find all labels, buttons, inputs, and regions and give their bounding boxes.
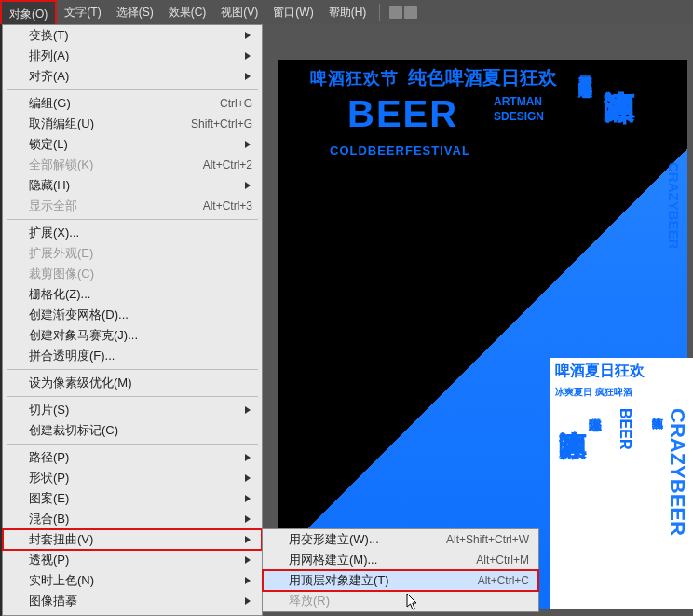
menu-item-shortcut: Alt+Ctrl+C [478, 574, 529, 587]
menu-4[interactable]: 视图(V) [213, 0, 265, 24]
menu-item-label: 编组(G) [29, 95, 71, 112]
menu-item-label: 创建对象马赛克(J)... [29, 327, 138, 344]
object-menu-item[interactable]: 实时上色(N) [3, 570, 262, 591]
menu-item-shortcut: Shift+Ctrl+G [191, 117, 252, 130]
submenu-arrow-icon [245, 182, 251, 189]
menu-item-label: 对齐(A) [29, 68, 69, 85]
menu-item-shortcut: Alt+Ctrl+M [476, 554, 529, 567]
artwork-text: SDESIGN [494, 110, 544, 123]
object-menu-item[interactable]: 图案(E) [3, 488, 262, 509]
object-menu-item[interactable]: 切片(S) [3, 400, 262, 420]
submenu-arrow-icon [245, 52, 251, 60]
object-menu-item[interactable]: 混合(B) [3, 509, 262, 529]
menu-item-label: 形状(P) [29, 470, 69, 486]
artboard-copy[interactable]: 啤酒夏日狂欢 冰爽夏日 疯狂啤酒 冰爽啤酒 邀您喝 CRAZYBEER 纯生啤酒… [550, 358, 693, 609]
artwork-text: CRAZYBEER [666, 162, 682, 249]
menu-1[interactable]: 文字(T) [57, 0, 108, 24]
menu-item-label: 变换(T) [29, 27, 69, 44]
submenu-arrow-icon [245, 495, 251, 502]
object-menu-item[interactable]: 编组(G)Ctrl+G [3, 93, 262, 114]
object-menu-sep [7, 396, 258, 397]
submenu-arrow-icon [245, 73, 251, 80]
object-menu-item[interactable]: 创建对象马赛克(J)... [3, 325, 262, 346]
menu-item-label: 用变形建立(W)... [289, 531, 379, 548]
object-menu-item: 全部解锁(K)Alt+Ctrl+2 [3, 155, 262, 175]
menu-item-label: 拼合透明度(F)... [29, 348, 115, 364]
menu-item-label: 图像描摹 [29, 593, 77, 609]
object-menu-item[interactable]: 栅格化(Z)... [3, 284, 262, 305]
artwork-text: 冰爽夏日 疯狂啤酒 [555, 386, 632, 399]
menu-5[interactable]: 窗口(W) [265, 0, 320, 24]
submenu-arrow-icon [245, 556, 251, 564]
object-menu-item[interactable]: 变换(T) [3, 25, 262, 46]
object-menu-item[interactable]: 封套扭曲(V) [3, 529, 262, 550]
submenu-arrow-icon [245, 474, 251, 482]
artwork-text: COLDBEERFESTIVAL [330, 144, 470, 157]
submenu-arrow-icon [245, 141, 251, 148]
submenu-arrow-icon [245, 515, 251, 523]
object-menu-item[interactable]: 对齐(A) [3, 66, 262, 87]
menu-item-label: 排列(A) [29, 48, 69, 64]
object-menu-item[interactable]: 形状(P) [3, 468, 262, 488]
menu-item-shortcut: Alt+Shift+Ctrl+W [446, 533, 529, 546]
menu-item-label: 隐藏(H) [29, 177, 70, 194]
object-menu-sep [7, 369, 258, 370]
menu-2[interactable]: 选择(S) [109, 0, 161, 24]
panel-icon [404, 6, 417, 19]
object-menu-item[interactable]: 锁定(L) [3, 134, 262, 155]
object-menu-item[interactable]: 扩展(X)... [3, 223, 262, 243]
object-menu-sep [7, 444, 258, 445]
object-menu-item: 扩展外观(E) [3, 243, 262, 264]
menu-item-shortcut: Alt+Ctrl+3 [203, 199, 252, 212]
panel-icon [389, 6, 402, 19]
object-menu-item[interactable]: 拼合透明度(F)... [3, 346, 262, 366]
menu-3[interactable]: 效果(C) [161, 0, 214, 24]
menu-item-label: 创建裁切标记(C) [29, 422, 118, 439]
menu-0[interactable]: 对象(O) [0, 0, 57, 24]
submenu-arrow-icon [245, 577, 251, 584]
menu-item-label: 裁剪图像(C) [29, 266, 94, 282]
menu-item-shortcut: Alt+Ctrl+2 [203, 158, 252, 171]
menu-item-label: 实时上色(N) [29, 572, 94, 589]
menu-item-label: 锁定(L) [29, 136, 68, 153]
object-menu-item[interactable]: 设为像素级优化(M) [3, 373, 262, 393]
object-menu-item[interactable]: 路径(P) [3, 447, 262, 468]
menu-item-label: 混合(B) [29, 511, 69, 527]
envelope-submenu-item: 释放(R) [263, 591, 538, 611]
menubar: 对象(O)文字(T)选择(S)效果(C)视图(V)窗口(W)帮助(H) [0, 0, 693, 24]
menu-item-shortcut: Ctrl+G [220, 97, 252, 110]
object-menu-item[interactable]: 创建渐变网格(D)... [3, 305, 262, 325]
menu-item-label: 创建渐变网格(D)... [29, 307, 129, 323]
menu-item-label: 取消编组(U) [29, 116, 94, 132]
envelope-submenu-item[interactable]: 用变形建立(W)...Alt+Shift+Ctrl+W [263, 529, 538, 550]
canvas-area[interactable]: 啤酒狂欢节 纯色啤酒夏日狂欢 BEER ARTMAN SDESIGN COLDB… [263, 24, 693, 616]
object-menu-item[interactable]: 排列(A) [3, 46, 262, 66]
menu-item-label: 全部解锁(K) [29, 157, 93, 173]
menu-item-label: 设为像素级优化(M) [29, 375, 132, 391]
artwork-text: CRAZYBEER [665, 408, 689, 536]
envelope-submenu-item[interactable]: 用网格建立(M)...Alt+Ctrl+M [263, 550, 538, 570]
artwork-text: 纯色啤酒夏日狂欢 [408, 65, 557, 90]
menu-item-label: 封套扭曲(V) [29, 531, 93, 548]
menu-item-label: 栅格化(Z)... [29, 286, 90, 303]
cursor-icon [406, 593, 419, 611]
submenu-arrow-icon [245, 32, 251, 39]
submenu-arrow-icon [245, 536, 251, 543]
object-menu-item[interactable]: 隐藏(H) [3, 175, 262, 196]
menu-6[interactable]: 帮助(H) [321, 0, 374, 24]
object-menu-item[interactable]: 透视(P) [3, 550, 262, 570]
menu-item-label: 用顶层对象建立(T) [289, 572, 389, 589]
artwork-text: 冰爽夏日 疯狂啤酒 邀您喝 [577, 65, 594, 73]
object-menu-item[interactable]: 创建裁切标记(C) [3, 420, 262, 441]
object-menu-sep [7, 89, 258, 90]
artwork-text: ARTMAN [494, 95, 542, 108]
object-menu-item: 显示全部Alt+Ctrl+3 [3, 196, 262, 216]
artwork-text: 啤酒狂欢节 [310, 67, 399, 89]
artwork-text: BEER [617, 408, 633, 449]
workspace-switcher[interactable] [389, 6, 417, 19]
menu-item-label: 透视(P) [29, 552, 69, 568]
object-menu-item[interactable]: 图像描摹 [3, 591, 262, 611]
envelope-submenu-item[interactable]: 用顶层对象建立(T)Alt+Ctrl+C [263, 570, 538, 591]
menu-item-label: 用网格建立(M)... [289, 552, 377, 568]
object-menu-item[interactable]: 取消编组(U)Shift+Ctrl+G [3, 114, 262, 134]
